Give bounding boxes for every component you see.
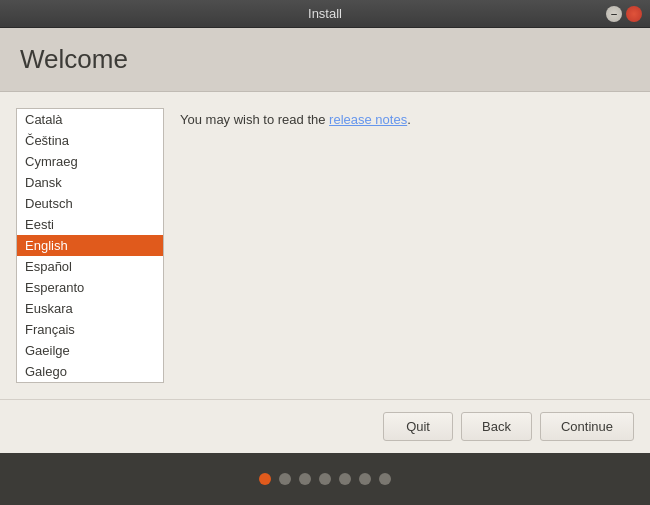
progress-dot-7 [379,473,391,485]
quit-button[interactable]: Quit [383,412,453,441]
language-item[interactable]: Dansk [17,172,163,193]
language-item[interactable]: Español [17,256,163,277]
progress-dot-1 [259,473,271,485]
info-text: You may wish to read the release notes. [180,112,634,127]
language-item[interactable]: Català [17,109,163,130]
progress-dot-6 [359,473,371,485]
back-button[interactable]: Back [461,412,532,441]
button-bar: Quit Back Continue [0,399,650,453]
close-button[interactable] [626,6,642,22]
header: Welcome [0,28,650,92]
progress-dot-5 [339,473,351,485]
continue-button[interactable]: Continue [540,412,634,441]
language-list-container[interactable]: CatalàČeštinaCymraegDanskDeutschEestiEng… [16,108,164,383]
release-notes-link[interactable]: release notes [329,112,407,127]
language-item[interactable]: Čeština [17,130,163,151]
right-panel: You may wish to read the release notes. [180,108,634,383]
window-controls: – [606,6,642,22]
progress-dots [0,453,650,505]
language-item[interactable]: Eesti [17,214,163,235]
language-item[interactable]: Deutsch [17,193,163,214]
info-text-after: . [407,112,411,127]
progress-dot-2 [279,473,291,485]
language-item[interactable]: Cymraeg [17,151,163,172]
language-list: CatalàČeštinaCymraegDanskDeutschEestiEng… [17,109,163,382]
progress-dot-4 [319,473,331,485]
language-item[interactable]: English [17,235,163,256]
language-item[interactable]: Esperanto [17,277,163,298]
language-item[interactable]: Gaeilge [17,340,163,361]
install-window: Install – Welcome CatalàČeštinaCymraegDa… [0,0,650,505]
page-title: Welcome [20,44,630,75]
minimize-button[interactable]: – [606,6,622,22]
main-content: Welcome CatalàČeštinaCymraegDanskDeutsch… [0,28,650,453]
title-bar: Install – [0,0,650,28]
content-area: CatalàČeštinaCymraegDanskDeutschEestiEng… [0,92,650,399]
language-item[interactable]: Galego [17,361,163,382]
progress-dot-3 [299,473,311,485]
info-text-before: You may wish to read the [180,112,329,127]
window-title: Install [308,6,342,21]
language-item[interactable]: Euskara [17,298,163,319]
language-item[interactable]: Français [17,319,163,340]
